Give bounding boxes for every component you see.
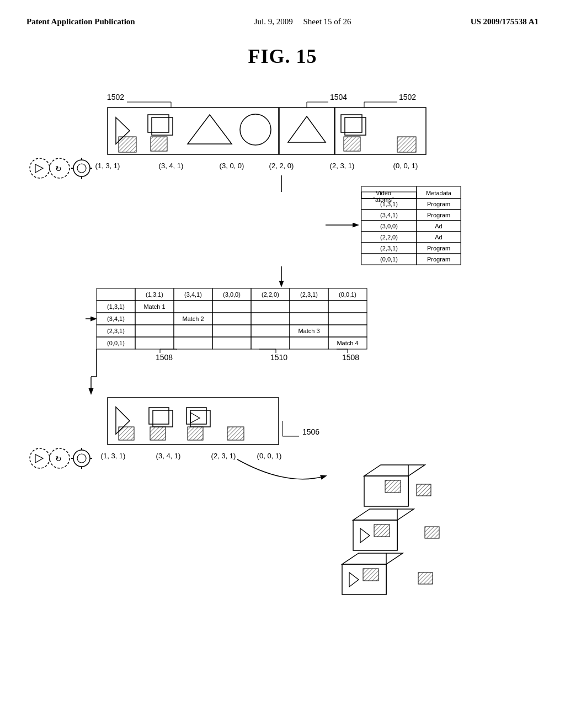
svg-text:Program: Program bbox=[427, 212, 450, 218]
svg-marker-27 bbox=[35, 164, 43, 173]
svg-rect-93 bbox=[212, 301, 251, 313]
svg-rect-143 bbox=[150, 427, 166, 440]
svg-rect-179 bbox=[385, 480, 401, 493]
svg-point-30 bbox=[73, 160, 90, 176]
svg-text:(2, 3, 1): (2, 3, 1) bbox=[211, 452, 236, 460]
svg-point-26 bbox=[30, 158, 50, 178]
svg-text:1508: 1508 bbox=[156, 353, 173, 362]
svg-text:(2, 3, 1): (2, 3, 1) bbox=[330, 162, 355, 170]
svg-text:(0,0,1): (0,0,1) bbox=[380, 256, 398, 263]
svg-text:↻: ↻ bbox=[55, 164, 62, 173]
svg-text:Match 4: Match 4 bbox=[337, 340, 358, 346]
svg-rect-75 bbox=[97, 288, 135, 301]
svg-rect-121 bbox=[290, 337, 328, 349]
svg-text:(1,3,1): (1,3,1) bbox=[107, 303, 125, 310]
svg-marker-169 bbox=[349, 572, 359, 587]
svg-text:(3, 4, 1): (3, 4, 1) bbox=[156, 452, 181, 460]
svg-marker-177 bbox=[364, 465, 425, 476]
svg-marker-167 bbox=[342, 553, 403, 564]
svg-rect-99 bbox=[135, 313, 174, 325]
page-header: Patent Application Publication Jul. 9, 2… bbox=[0, 0, 565, 28]
svg-text:(2,3,1): (2,3,1) bbox=[380, 245, 398, 251]
svg-rect-25 bbox=[397, 137, 416, 152]
svg-text:(3, 0, 0): (3, 0, 0) bbox=[220, 162, 244, 170]
svg-rect-120 bbox=[251, 337, 290, 349]
svg-point-31 bbox=[77, 164, 86, 173]
svg-text:Match 2: Match 2 bbox=[182, 315, 204, 322]
svg-text:Program: Program bbox=[427, 245, 450, 251]
diagram-area: 1502 1504 1502 ↻ (1, 3, 1) (3, 4, 1) (3,… bbox=[0, 79, 565, 713]
svg-text:Ad: Ad bbox=[435, 223, 442, 229]
svg-rect-110 bbox=[212, 325, 251, 337]
svg-rect-119 bbox=[212, 337, 251, 349]
svg-rect-182 bbox=[418, 572, 433, 584]
svg-text:Video: Video bbox=[376, 190, 391, 196]
svg-rect-15 bbox=[119, 137, 136, 152]
svg-text:(2,2,0): (2,2,0) bbox=[380, 234, 398, 240]
svg-rect-3 bbox=[279, 108, 334, 154]
svg-text:(2,3,1): (2,3,1) bbox=[107, 328, 125, 334]
svg-text:(2,3,1): (2,3,1) bbox=[300, 291, 318, 298]
svg-text:(1, 3, 1): (1, 3, 1) bbox=[95, 162, 120, 170]
svg-marker-146 bbox=[190, 413, 200, 423]
svg-rect-111 bbox=[251, 325, 290, 337]
svg-point-20 bbox=[240, 114, 271, 145]
svg-marker-21 bbox=[288, 116, 326, 142]
svg-text:(3,4,1): (3,4,1) bbox=[380, 212, 398, 218]
svg-text:1506: 1506 bbox=[302, 427, 319, 436]
svg-point-154 bbox=[77, 454, 86, 463]
svg-text:1502: 1502 bbox=[107, 93, 124, 101]
svg-marker-174 bbox=[360, 528, 370, 543]
svg-rect-117 bbox=[135, 337, 174, 349]
svg-rect-104 bbox=[290, 313, 328, 325]
svg-marker-172 bbox=[353, 509, 414, 520]
svg-rect-140 bbox=[119, 427, 134, 440]
svg-text:(2, 2, 0): (2, 2, 0) bbox=[269, 162, 294, 170]
svg-point-149 bbox=[30, 448, 50, 468]
svg-rect-180 bbox=[417, 484, 431, 496]
svg-rect-18 bbox=[151, 137, 167, 151]
svg-rect-148 bbox=[227, 427, 244, 440]
svg-rect-105 bbox=[328, 313, 367, 325]
svg-text:(1,3,1): (1,3,1) bbox=[146, 291, 163, 298]
svg-rect-96 bbox=[328, 301, 367, 313]
svg-rect-94 bbox=[251, 301, 290, 313]
header-patent-number: US 2009/175538 A1 bbox=[471, 15, 539, 28]
svg-rect-181 bbox=[425, 527, 439, 538]
svg-text:(0,0,1): (0,0,1) bbox=[107, 340, 125, 346]
svg-rect-108 bbox=[135, 325, 174, 337]
svg-text:Ad: Ad bbox=[435, 234, 442, 240]
svg-text:(1, 3, 1): (1, 3, 1) bbox=[101, 452, 126, 460]
svg-rect-114 bbox=[328, 325, 367, 337]
svg-text:(3,0,0): (3,0,0) bbox=[380, 223, 398, 229]
svg-text:Match 1: Match 1 bbox=[143, 303, 165, 310]
svg-text:(3,4,1): (3,4,1) bbox=[107, 315, 125, 322]
svg-marker-19 bbox=[188, 115, 232, 144]
svg-text:Program: Program bbox=[427, 256, 450, 263]
svg-rect-24 bbox=[344, 137, 360, 151]
svg-text:Match 3: Match 3 bbox=[298, 328, 319, 334]
svg-text:(1,3,1): (1,3,1) bbox=[380, 201, 398, 207]
svg-text:(0, 0, 1): (0, 0, 1) bbox=[257, 452, 282, 460]
svg-rect-103 bbox=[251, 313, 290, 325]
svg-rect-147 bbox=[188, 427, 203, 440]
svg-text:(2,2,0): (2,2,0) bbox=[262, 291, 279, 298]
svg-text:1510: 1510 bbox=[270, 353, 287, 362]
svg-text:(0, 0, 1): (0, 0, 1) bbox=[393, 162, 418, 170]
svg-text:Metadata: Metadata bbox=[426, 190, 452, 196]
svg-point-153 bbox=[73, 450, 90, 467]
svg-rect-109 bbox=[174, 325, 212, 337]
header-date: Jul. 9, 2009 bbox=[254, 17, 293, 26]
svg-text:(3, 4, 1): (3, 4, 1) bbox=[159, 162, 184, 170]
header-date-sheet: Jul. 9, 2009 Sheet 15 of 26 bbox=[254, 15, 351, 28]
svg-rect-95 bbox=[290, 301, 328, 313]
svg-rect-175 bbox=[374, 524, 390, 537]
svg-rect-92 bbox=[174, 301, 212, 313]
svg-rect-102 bbox=[212, 313, 251, 325]
svg-text:↻: ↻ bbox=[55, 454, 62, 463]
svg-rect-118 bbox=[174, 337, 212, 349]
svg-text:(3,4,1): (3,4,1) bbox=[184, 291, 202, 298]
svg-marker-150 bbox=[35, 454, 43, 463]
header-sheet: Sheet 15 of 26 bbox=[303, 17, 351, 26]
svg-text:1508: 1508 bbox=[342, 353, 359, 362]
